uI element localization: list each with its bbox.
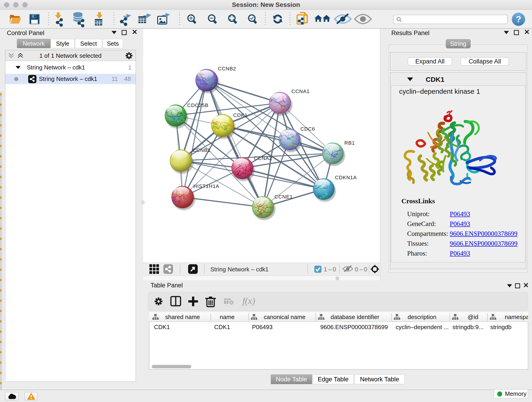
- svg-text:HIST1H1A: HIST1H1A: [193, 183, 219, 189]
- svg-text:String Network – cdk1: String Network – cdk1: [210, 266, 268, 273]
- svg-text:CCNA2: CCNA2: [254, 155, 272, 161]
- svg-text:CDC6: CDC6: [300, 126, 315, 132]
- svg-text:database identifier: database identifier: [331, 313, 380, 320]
- svg-text:namespac: namespac: [505, 313, 528, 320]
- svg-text:CDC25B: CDC25B: [187, 102, 209, 108]
- svg-text:canonical name: canonical name: [264, 313, 305, 320]
- svg-text:CCNB2: CCNB2: [218, 66, 236, 71]
- svg-text:0 – 0: 0 – 0: [355, 266, 367, 273]
- svg-text:name: name: [220, 313, 234, 320]
- svg-text:CCNB1: CCNB1: [192, 147, 211, 153]
- svg-text:f(x): f(x): [242, 296, 255, 306]
- svg-text:1 – 0: 1 – 0: [324, 266, 336, 273]
- svg-text:CDKN1A: CDKN1A: [335, 175, 357, 180]
- svg-text:@id: @id: [468, 313, 478, 320]
- svg-text:RB1: RB1: [344, 140, 355, 146]
- svg-text:CCNA1: CCNA1: [291, 89, 310, 94]
- svg-text:CDK1: CDK1: [233, 112, 248, 118]
- svg-text:CCNE1: CCNE1: [274, 194, 293, 200]
- svg-text:description: description: [408, 313, 437, 320]
- svg-text:shared name: shared name: [165, 313, 200, 320]
